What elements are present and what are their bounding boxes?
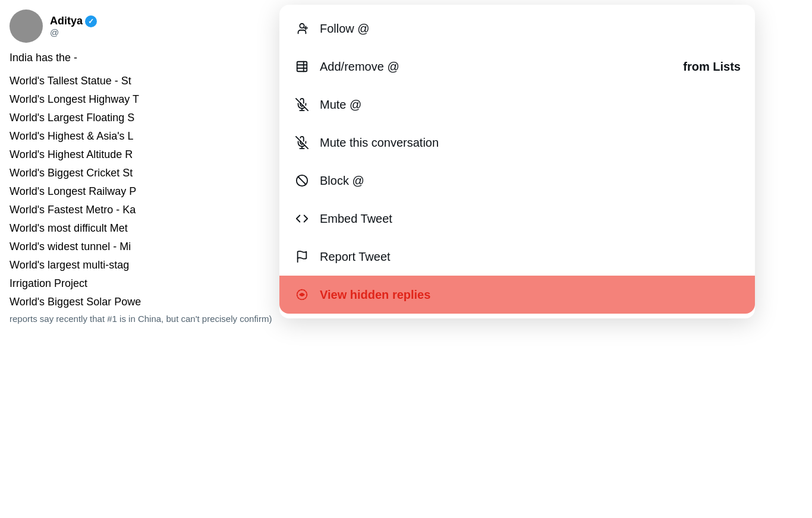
menu-item-mute-conversation[interactable]: Mute this conversation (279, 124, 755, 162)
hidden-replies-label: View hidden replies (320, 288, 741, 302)
menu-item-follow[interactable]: Follow @ (279, 10, 755, 48)
menu-item-mute[interactable]: Mute @ (279, 86, 755, 124)
svg-point-0 (300, 24, 304, 28)
tweet-intro: India has the - (10, 50, 276, 66)
follow-label: Follow @ (320, 22, 741, 36)
block-icon (294, 172, 310, 189)
tweet-container: Aditya ✓ @ India has the - World's Talle… (0, 0, 285, 518)
report-label: Report Tweet (320, 250, 741, 264)
svg-rect-3 (297, 62, 307, 72)
menu-item-block[interactable]: Block @ (279, 162, 755, 200)
tweet-line: World's Longest Railway P (10, 184, 276, 200)
menu-item-hidden-replies[interactable]: View hidden replies (279, 276, 755, 314)
svg-line-14 (298, 177, 306, 185)
user-handle: @ (50, 27, 97, 37)
tweet-line: World's Fastest Metro - Ka (10, 202, 276, 218)
tweet-line: World's largest multi-stag (10, 257, 276, 273)
user-info: Aditya ✓ @ (50, 15, 97, 37)
list-label: Add/remove @ (320, 60, 673, 74)
menu-item-list[interactable]: Add/remove @ from Lists (279, 48, 755, 86)
tweet-line: World's most difficult Met (10, 220, 276, 236)
tweet-line: World's Biggest Solar Powe (10, 294, 276, 310)
tweet-line: World's Tallest Statue - St (10, 73, 276, 89)
tweet-line: World's Highest & Asia's L (10, 128, 276, 144)
tweet-text: India has the - World's Tallest Statue -… (10, 50, 276, 326)
tweet-line: World's Longest Highway T (10, 91, 276, 108)
block-label: Block @ (320, 174, 741, 188)
tweet-line: World's Highest Altitude R (10, 147, 276, 163)
avatar (10, 10, 43, 43)
verified-badge: ✓ (85, 15, 97, 27)
menu-item-embed[interactable]: Embed Tweet (279, 200, 755, 238)
hidden-replies-icon (294, 286, 310, 303)
tweet-header: Aditya ✓ @ (10, 10, 276, 43)
user-name: Aditya (50, 15, 83, 27)
follow-icon (294, 20, 310, 37)
mute-icon (294, 96, 310, 113)
report-icon (294, 248, 310, 265)
embed-icon (294, 210, 310, 227)
list-add-icon (294, 58, 310, 75)
mute-conversation-label: Mute this conversation (320, 136, 741, 150)
tweet-line: World's Largest Floating S (10, 110, 276, 126)
menu-item-report[interactable]: Report Tweet (279, 238, 755, 276)
embed-label: Embed Tweet (320, 212, 741, 226)
tweet-footer: reports say recently that #1 is in China… (10, 312, 276, 326)
mute-label: Mute @ (320, 98, 741, 112)
context-menu: Follow @ Add/remove @ from Lists Mute @ (279, 5, 755, 318)
tweet-line: Irrigation Project (10, 276, 276, 292)
mute-conversation-icon (294, 134, 310, 151)
tweet-line: World's widest tunnel - Mi (10, 239, 276, 255)
list-suffix: from Lists (683, 60, 741, 74)
tweet-line: World's Biggest Cricket St (10, 165, 276, 181)
